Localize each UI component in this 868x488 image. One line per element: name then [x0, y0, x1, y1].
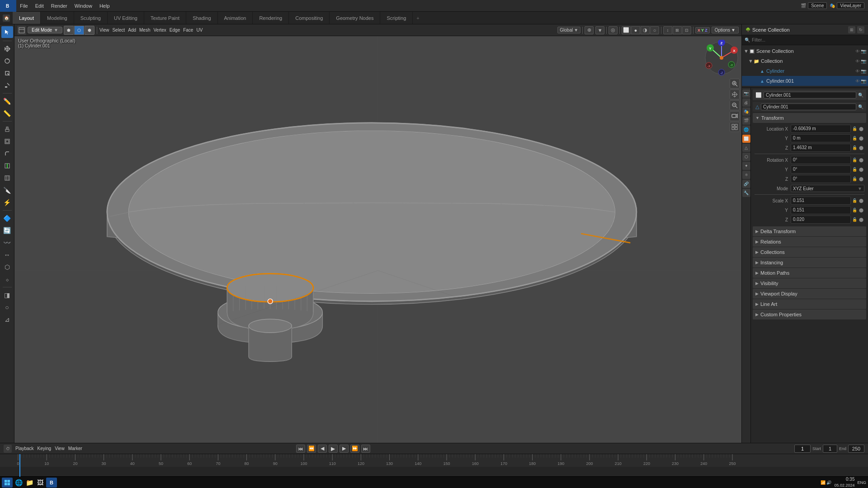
face-select-mode[interactable]: ⬢: [85, 26, 94, 35]
prop-material-button[interactable]: ⬡: [742, 153, 750, 161]
menu-render[interactable]: Render: [47, 0, 71, 11]
cylinder001-cam[interactable]: 📷: [861, 79, 866, 84]
scale-z-lock[interactable]: 🔓: [851, 216, 858, 224]
visibility-section[interactable]: ▶ Visibility: [753, 278, 866, 288]
viewport[interactable]: Edit Mode ▼ ⬟ ⬡ ⬢ View Select Add Mesh V…: [14, 24, 741, 443]
location-z-animate[interactable]: ⬤: [858, 144, 864, 152]
outliner-collection[interactable]: ▼ 📁 Collection 👁 📷: [742, 56, 868, 66]
viewport-menu-edge[interactable]: Edge: [170, 28, 180, 33]
timeline-marker-menu[interactable]: Marker: [68, 446, 82, 451]
taskbar-volume-icon[interactable]: 🔊: [826, 480, 831, 485]
gizmo-toggle[interactable]: ↕: [663, 26, 672, 34]
delta-transform-section[interactable]: ▶ Delta Transform: [753, 226, 866, 236]
tab-add-button[interactable]: +: [413, 15, 423, 21]
xray-toggle[interactable]: ⊡: [682, 26, 691, 34]
collection-cam[interactable]: 📷: [861, 59, 866, 64]
shrink-fatten-tool[interactable]: ⬡: [1, 261, 13, 273]
scene-collection-eye[interactable]: 👁: [855, 49, 860, 54]
scale-z-field[interactable]: 0.020: [791, 216, 851, 224]
offset-edgeloop-tool[interactable]: [1, 172, 13, 184]
prop-constraints-button[interactable]: 🔗: [742, 180, 750, 188]
rotation-mode-field[interactable]: XYZ Euler ▼: [791, 185, 864, 192]
object-name-field[interactable]: Cylinder.001: [764, 92, 856, 99]
viewport-menu-uv[interactable]: UV: [196, 28, 203, 33]
tab-texture-paint[interactable]: Texture Paint: [144, 12, 186, 24]
tab-animation[interactable]: Animation: [218, 12, 253, 24]
edge-slide-tool[interactable]: ↔️: [1, 249, 13, 261]
collection-eye[interactable]: 👁: [855, 59, 860, 64]
timeline-playback-menu[interactable]: Playback: [15, 446, 34, 451]
timeline-keying-menu[interactable]: Keying: [38, 446, 52, 451]
viewport-menu-vertex[interactable]: Vertex: [153, 28, 166, 33]
tab-sculpting[interactable]: Sculpting: [74, 12, 108, 24]
grid-view-button[interactable]: [730, 122, 740, 132]
instancing-section[interactable]: ▶ Instancing: [753, 258, 866, 267]
rotation-x-animate[interactable]: ⬤: [858, 156, 864, 164]
scale-y-lock[interactable]: 🔓: [851, 206, 858, 214]
tab-uv-editing[interactable]: UV Editing: [108, 12, 144, 24]
editor-type-button[interactable]: [17, 26, 26, 35]
taskbar-browser-icon[interactable]: 🌐: [14, 478, 24, 488]
bisect-tool[interactable]: ⚡: [1, 197, 13, 208]
menu-help[interactable]: Help: [96, 0, 113, 11]
overlay-toggle[interactable]: ⊠: [673, 26, 682, 34]
shear-tool[interactable]: ◨: [1, 289, 13, 301]
viewport-menu-add[interactable]: Add: [128, 28, 136, 33]
spin-tool[interactable]: 🔄: [1, 225, 13, 236]
to-sphere-tool[interactable]: ○: [1, 301, 13, 313]
blender-logo[interactable]: B: [0, 0, 16, 12]
proportional-edit-button[interactable]: ◎: [609, 26, 618, 34]
viewport-display-section[interactable]: ▶ Viewport Display: [753, 289, 866, 299]
viewport-menu-view[interactable]: View: [99, 28, 109, 33]
location-y-field[interactable]: 0 m: [791, 134, 851, 142]
cylinder-eye[interactable]: 👁: [855, 69, 860, 74]
snap-settings[interactable]: ▼: [595, 26, 604, 34]
viewlayer-selector[interactable]: ViewLayer: [837, 2, 864, 9]
line-art-section[interactable]: ▶ Line Art: [753, 299, 866, 309]
relations-section[interactable]: ▶ Relations: [753, 237, 866, 247]
mode-selector[interactable]: Edit Mode ▼: [28, 27, 62, 33]
tab-geometry-nodes[interactable]: Geometry Nodes: [330, 12, 380, 24]
rotation-y-lock[interactable]: 🔓: [851, 165, 858, 174]
rotation-x-lock[interactable]: 🔓: [851, 156, 858, 164]
smooth-tool[interactable]: 〰️: [1, 237, 13, 249]
location-z-field[interactable]: 1.4632 m: [791, 144, 851, 152]
scene-collection-cam[interactable]: 📷: [861, 49, 866, 54]
prop-render-button[interactable]: 📷: [742, 89, 750, 98]
transform-section-header[interactable]: ▼ Transform: [753, 113, 866, 123]
rendered-shading[interactable]: ○: [650, 26, 659, 34]
vertex-select-mode[interactable]: ⬟: [64, 26, 74, 35]
rip-tool[interactable]: ⊿: [1, 314, 13, 325]
scale-tool[interactable]: [1, 67, 13, 79]
motion-paths-section[interactable]: ▶ Motion Paths: [753, 268, 866, 278]
tab-shading[interactable]: Shading: [186, 12, 217, 24]
rotation-y-animate[interactable]: ⬤: [858, 165, 864, 174]
scale-x-lock[interactable]: 🔓: [851, 197, 858, 205]
rotation-z-animate[interactable]: ⬤: [858, 175, 864, 183]
pan-button[interactable]: [730, 89, 740, 99]
prop-world-button[interactable]: 🌐: [742, 126, 750, 134]
location-z-lock[interactable]: 🔓: [851, 144, 858, 152]
prop-view-layer-button[interactable]: 🎭: [742, 108, 750, 116]
cylinder001-eye[interactable]: 👁: [855, 79, 860, 84]
tab-scripting[interactable]: Scripting: [380, 12, 413, 24]
rotate-tool[interactable]: [1, 55, 13, 67]
collections-section[interactable]: ▶ Collections: [753, 247, 866, 257]
material-preview-shading[interactable]: ◑: [641, 26, 650, 34]
inset-tool[interactable]: [1, 136, 13, 147]
outliner-sync-icon[interactable]: ↻: [857, 26, 864, 33]
location-x-field[interactable]: -0.60639 m: [791, 125, 851, 133]
measure-tool[interactable]: 📏: [1, 108, 13, 119]
zoom-out-button[interactable]: [730, 100, 740, 110]
menu-edit[interactable]: Edit: [32, 0, 47, 11]
tab-layout[interactable]: Layout: [13, 12, 41, 24]
data-name-search[interactable]: 🔍: [858, 104, 863, 109]
scale-y-animate[interactable]: ⬤: [858, 206, 864, 214]
rotation-y-field[interactable]: 0°: [791, 165, 851, 174]
location-x-lock[interactable]: 🔓: [851, 125, 858, 133]
taskbar-photos-icon[interactable]: 🖼: [35, 478, 45, 488]
prop-physics-button[interactable]: ⚛: [742, 171, 750, 179]
rotation-z-lock[interactable]: 🔓: [851, 175, 858, 183]
custom-properties-section[interactable]: ▶ Custom Properties: [753, 310, 866, 319]
scale-z-animate[interactable]: ⬤: [858, 216, 864, 224]
